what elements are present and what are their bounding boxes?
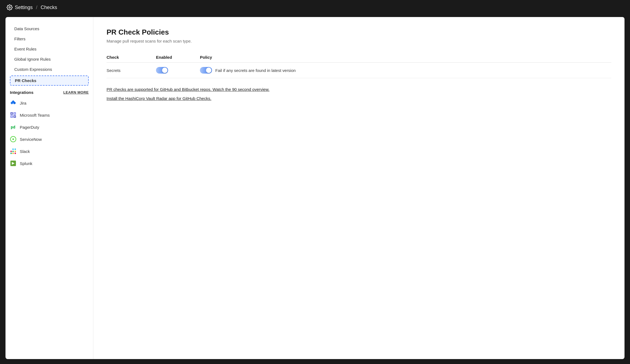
- servicenow-label: ServiceNow: [20, 137, 42, 142]
- toggle-slider: [156, 67, 168, 74]
- integration-item-teams[interactable]: Microsoft Teams: [5, 109, 93, 121]
- svg-rect-20: [15, 149, 16, 150]
- teams-label: Microsoft Teams: [20, 113, 50, 117]
- integration-item-servicenow[interactable]: ServiceNow: [5, 133, 93, 145]
- policy-toggle-slider: [200, 67, 212, 74]
- svg-rect-19: [15, 153, 16, 154]
- jira-icon: [10, 100, 16, 106]
- check-name: Secrets: [107, 63, 156, 78]
- col-header-enabled: Enabled: [156, 52, 200, 63]
- policy-toggle[interactable]: [200, 67, 212, 74]
- svg-rect-6: [14, 113, 15, 114]
- sidebar-item-event-rules[interactable]: Event Rules: [5, 44, 93, 54]
- page-subtitle: Manage pull request scans for each scan …: [107, 39, 611, 43]
- slack-label: Slack: [20, 149, 30, 154]
- splunk-icon: [10, 160, 16, 167]
- topbar: Settings / Checks: [0, 0, 630, 15]
- content-links: PR checks are supported for GitHub and B…: [107, 87, 611, 101]
- svg-rect-15: [12, 151, 14, 152]
- page-label: Checks: [41, 5, 57, 10]
- policy-table: Check Enabled Policy Secrets: [107, 52, 611, 78]
- pr-checks-link[interactable]: PR checks are supported for GitHub and B…: [107, 87, 611, 92]
- col-header-policy: Policy: [200, 52, 611, 63]
- jira-label: Jira: [20, 101, 26, 105]
- sidebar: Data Sources Filters Event Rules Global …: [5, 17, 93, 359]
- integrations-learn-more[interactable]: LEARN MORE: [63, 90, 89, 94]
- sidebar-item-global-ignore-rules[interactable]: Global Ignore Rules: [5, 54, 93, 64]
- splunk-label: Splunk: [20, 161, 32, 166]
- col-header-check: Check: [107, 52, 156, 63]
- page-title: PR Check Policies: [107, 28, 611, 37]
- integration-item-jira[interactable]: Jira: [5, 97, 93, 109]
- settings-label: Settings: [15, 5, 33, 10]
- enabled-toggle[interactable]: [156, 67, 168, 74]
- integrations-title: Integrations: [10, 90, 34, 95]
- main-container: Data Sources Filters Event Rules Global …: [5, 17, 625, 359]
- policy-label: Fail if any secrets are found in latest …: [215, 68, 296, 73]
- table-row: Secrets Fail if any secrets are found: [107, 63, 611, 78]
- policy-cell: Fail if any secrets are found in latest …: [200, 63, 611, 78]
- sidebar-item-filters[interactable]: Filters: [5, 34, 93, 44]
- servicenow-icon: [10, 136, 16, 142]
- svg-rect-5: [11, 113, 12, 114]
- svg-rect-17: [15, 151, 16, 152]
- integration-item-splunk[interactable]: Splunk: [5, 157, 93, 169]
- svg-rect-18: [10, 153, 12, 154]
- breadcrumb-separator: /: [36, 5, 37, 10]
- svg-text:pd: pd: [11, 125, 15, 129]
- svg-point-0: [9, 7, 10, 8]
- integration-item-slack[interactable]: Slack: [5, 145, 93, 157]
- teams-icon: [10, 112, 16, 118]
- slack-icon: [10, 148, 16, 155]
- svg-rect-13: [10, 151, 12, 152]
- svg-rect-8: [14, 116, 15, 117]
- integration-item-pagerduty[interactable]: pd PagerDuty: [5, 121, 93, 133]
- sidebar-item-pr-checks[interactable]: PR Checks: [10, 75, 89, 86]
- pagerduty-icon: pd: [10, 124, 16, 130]
- gear-icon: [7, 4, 13, 10]
- main-content: PR Check Policies Manage pull request sc…: [93, 17, 625, 359]
- svg-rect-14: [12, 149, 14, 150]
- sidebar-item-custom-expressions[interactable]: Custom Expressions: [5, 64, 93, 74]
- svg-point-12: [12, 138, 14, 140]
- integrations-header: Integrations LEARN MORE: [5, 87, 93, 97]
- install-link[interactable]: Install the HashiCorp Vault Radar app fo…: [107, 96, 611, 101]
- svg-rect-16: [12, 153, 14, 154]
- sidebar-item-data-sources[interactable]: Data Sources: [5, 24, 93, 34]
- enabled-cell: [156, 63, 200, 78]
- pagerduty-label: PagerDuty: [20, 125, 39, 130]
- svg-rect-7: [11, 116, 12, 117]
